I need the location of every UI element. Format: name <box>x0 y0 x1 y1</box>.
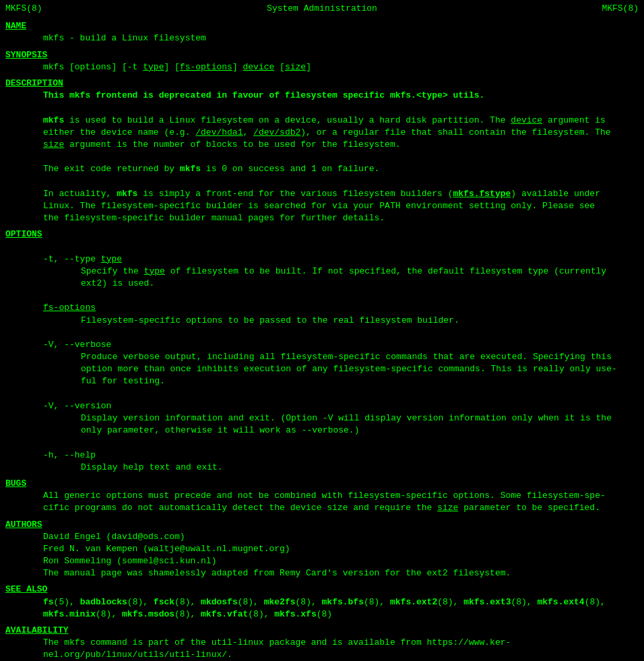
bugs-line2: cific programs do not automatically dete… <box>5 502 639 514</box>
option-fs: fs-options <box>5 302 639 314</box>
option-version: -V, --version <box>5 400 639 412</box>
option-t-desc2: ext2) is used. <box>5 278 639 290</box>
page-wrapper: MKFS(8) System Administration MKFS(8) NA… <box>5 3 639 661</box>
name-title: NAME <box>5 20 639 32</box>
availability-line2: nel.org/pub/linux/utils/util-linux/. <box>5 649 639 661</box>
description-line5: The exit code returned by mkfs is 0 on s… <box>5 163 639 175</box>
description-title: DESCRIPTION <box>5 77 639 90</box>
header-left: MKFS(8) <box>5 3 42 15</box>
option-verbose: -V, --verbose <box>5 339 639 351</box>
section-name: NAME mkfs - build a Linux filesystem <box>5 20 639 44</box>
description-line1: This mkfs frontend is deprecated in favo… <box>5 90 639 102</box>
synopsis-title: SYNOPSIS <box>5 49 639 61</box>
description-line7: Linux. The filesystem-specific builder i… <box>5 200 639 212</box>
synopsis-content: mkfs [options] [-t type] [fs-options] de… <box>5 61 639 73</box>
bugs-title: BUGS <box>5 478 639 490</box>
description-line4: size argument is the number of blocks to… <box>5 139 639 151</box>
authors-line4: The manual page was shamelessly adapted … <box>5 567 639 579</box>
section-synopsis: SYNOPSIS mkfs [options] [-t type] [fs-op… <box>5 49 639 73</box>
authors-line2: Fred N. van Kempen (waltje@uwalt.nl.mugn… <box>5 543 639 555</box>
description-line6: In actuality, mkfs is simply a front-end… <box>5 188 639 200</box>
seealso-line2: mkfs.minix(8), mkfs.msdos(8), mkfs.vfat(… <box>5 608 639 621</box>
option-help: -h, --help <box>5 449 639 462</box>
section-bugs: BUGS All generic options must precede an… <box>5 478 639 515</box>
section-availability: AVAILABILITY The mkfs command is part of… <box>5 625 639 661</box>
description-line3: either the device name (e.g. /dev/hda1, … <box>5 127 639 139</box>
options-title: OPTIONS <box>5 228 639 241</box>
name-content: mkfs - build a Linux filesystem <box>5 32 639 44</box>
authors-line1: David Engel (david@ods.com) <box>5 531 639 543</box>
availability-line1: The mkfs command is part of the util-lin… <box>5 637 639 649</box>
option-verbose-desc3: ful for testing. <box>5 375 639 387</box>
section-description: DESCRIPTION This mkfs frontend is deprec… <box>5 77 639 224</box>
header: MKFS(8) System Administration MKFS(8) <box>5 3 639 15</box>
description-line2: mkfs is used to build a Linux filesystem… <box>5 115 639 127</box>
bugs-line1: All generic options must precede and not… <box>5 490 639 502</box>
seealso-title: SEE ALSO <box>5 584 639 596</box>
availability-title: AVAILABILITY <box>5 625 639 637</box>
header-center: System Administration <box>267 3 377 15</box>
seealso-line1: fs(5), badblocks(8), fsck(8), mkdosfs(8)… <box>5 596 639 608</box>
option-fs-desc: Filesystem-specific options to be passed… <box>5 315 639 327</box>
option-verbose-desc1: Produce verbose output, including all fi… <box>5 351 639 363</box>
option-version-desc1: Display version information and exit. (O… <box>5 412 639 424</box>
option-verbose-desc2: option more than once inhibits execution… <box>5 363 639 375</box>
header-right: MKFS(8) <box>602 3 639 15</box>
section-seealso: SEE ALSO fs(5), badblocks(8), fsck(8), m… <box>5 584 639 621</box>
authors-title: AUTHORS <box>5 519 639 531</box>
option-t-desc1: Specify the type of filesystem to be bui… <box>5 265 639 278</box>
option-version-desc2: only parameter, otherwise it will work a… <box>5 424 639 437</box>
description-line8: the filesystem-specific builder manual p… <box>5 212 639 224</box>
section-authors: AUTHORS David Engel (david@ods.com) Fred… <box>5 519 639 580</box>
authors-line3: Ron Sommeling (sommel@sci.kun.nl) <box>5 555 639 567</box>
section-options: OPTIONS -t, --type type Specify the type… <box>5 228 639 474</box>
option-help-desc: Display help text and exit. <box>5 462 639 474</box>
option-t: -t, --type type <box>5 253 639 265</box>
